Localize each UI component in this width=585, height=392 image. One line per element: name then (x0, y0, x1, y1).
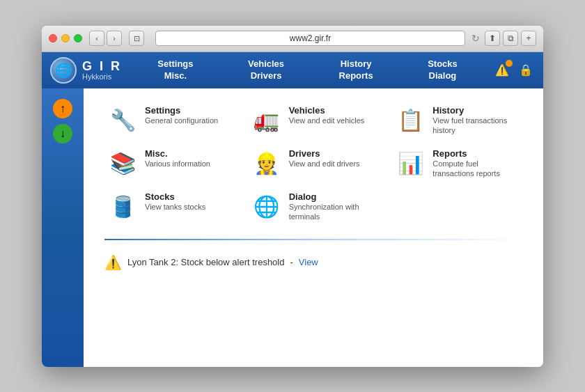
menu-item-history[interactable]: 📋 History View fuel transactions history (392, 102, 522, 139)
vehicles-desc: View and edit vehicles (289, 116, 365, 125)
menu-item-misc[interactable]: 📚 Misc. Various information (104, 146, 235, 182)
reload-button[interactable]: ↻ (469, 32, 482, 45)
forward-button[interactable]: › (107, 31, 122, 46)
navbar: G I R Hykkoris Settings Misc. Vehicles D… (42, 52, 543, 88)
new-window-button[interactable]: ⧉ (503, 31, 518, 46)
sidebar-btn-orange[interactable]: ↑ (53, 99, 72, 118)
drivers-desc: View and edit drivers (289, 159, 360, 168)
page-icon: ⊡ (129, 31, 144, 46)
content: 🔧 Settings General configuration 🚛 Vehic… (84, 88, 543, 367)
nav-label-history-l2: Reports (339, 70, 373, 82)
nav-label-settings-l1: Settings (157, 58, 193, 70)
main-area: ↑ ↓ 🔧 Settings General configuration (42, 88, 543, 367)
close-button[interactable] (49, 34, 57, 42)
menu-grid: 🔧 Settings General configuration 🚛 Vehic… (104, 102, 522, 225)
nav-item-settings[interactable]: Settings Misc. (146, 54, 204, 86)
nav-item-stocks[interactable]: Stocks Dialog (416, 54, 469, 86)
vehicles-icon: 🚛 (251, 105, 282, 136)
alert-row: ⚠️ Lyon Tank 2: Stock below alert tresho… (104, 254, 522, 271)
reports-icon: 📊 (395, 148, 426, 179)
nav-label-stocks-l2: Dialog (428, 70, 458, 82)
alert-separator: - (290, 257, 292, 267)
stocks-icon: 🛢️ (107, 191, 138, 222)
dialog-icon: 🌐 (251, 191, 282, 222)
traffic-lights (49, 34, 82, 42)
alert-view-link[interactable]: View (299, 257, 318, 267)
menu-item-stocks[interactable]: 🛢️ Stocks View tanks stocks (104, 189, 235, 225)
url-text: www2.gir.fr (290, 33, 331, 43)
sidebar-btn-green[interactable]: ↓ (53, 124, 72, 143)
menu-item-vehicles[interactable]: 🚛 Vehicles View and edit vehicles (249, 102, 379, 139)
nav-items: Settings Misc. Vehicles Drivers History … (130, 52, 485, 88)
nav-label-settings-l2: Misc. (157, 70, 193, 82)
app-content: G I R Hykkoris Settings Misc. Vehicles D… (42, 52, 543, 367)
dialog-desc: Synchronization with terminals (289, 202, 376, 222)
nav-label-vehicles-l1: Vehicles (248, 58, 284, 70)
dialog-title: Dialog (289, 191, 376, 202)
nav-label-history-l1: History (339, 58, 373, 70)
nav-item-history[interactable]: History Reports (328, 54, 384, 86)
back-button[interactable]: ‹ (89, 31, 104, 46)
new-tab-button[interactable]: + (521, 31, 536, 46)
vehicles-title: Vehicles (289, 105, 365, 116)
browser-window: ‹ › ⊡ www2.gir.fr ↻ ⬆ ⧉ + G I R Hykkoris… (42, 26, 543, 367)
titlebar: ‹ › ⊡ www2.gir.fr ↻ ⬆ ⧉ + (42, 26, 543, 52)
stocks-title: Stocks (145, 191, 205, 202)
maximize-button[interactable] (74, 34, 82, 42)
drivers-icon: 👷 (251, 148, 282, 179)
warning-badge (506, 60, 513, 67)
reports-desc: Compute fuel transactions reports (432, 159, 520, 179)
stocks-desc: View tanks stocks (145, 202, 205, 212)
brand-logo (50, 57, 77, 84)
settings-title: Settings (145, 105, 218, 116)
menu-item-dialog[interactable]: 🌐 Dialog Synchronization with terminals (249, 189, 379, 225)
settings-icon: 🔧 (107, 105, 138, 136)
misc-icon: 📚 (107, 148, 138, 179)
reports-title: Reports (432, 148, 520, 159)
history-text: History View fuel transactions history (432, 105, 520, 136)
warning-icon-button[interactable]: ⚠️ (492, 60, 513, 81)
brand-sub: Hykkoris (82, 72, 122, 81)
dialog-text: Dialog Synchronization with terminals (289, 191, 376, 222)
address-bar[interactable]: www2.gir.fr (155, 31, 465, 46)
sidebar: ↑ ↓ (42, 88, 84, 367)
menu-item-drivers[interactable]: 👷 Drivers View and edit drivers (249, 146, 379, 182)
history-title: History (432, 105, 520, 116)
drivers-text: Drivers View and edit drivers (289, 148, 360, 168)
alert-warning-icon: ⚠️ (104, 254, 122, 271)
settings-text: Settings General configuration (145, 105, 218, 125)
divider (104, 239, 522, 240)
vehicles-text: Vehicles View and edit vehicles (289, 105, 365, 125)
minimize-button[interactable] (61, 34, 70, 42)
misc-text: Misc. Various information (145, 148, 210, 168)
reports-text: Reports Compute fuel transactions report… (432, 148, 520, 179)
settings-desc: General configuration (145, 116, 218, 125)
brand-text: G I R Hykkoris (82, 60, 122, 81)
misc-title: Misc. (145, 148, 210, 159)
brand: G I R Hykkoris (42, 52, 130, 88)
nav-label-stocks-l1: Stocks (428, 58, 458, 70)
history-icon: 📋 (395, 105, 426, 136)
alert-message: Lyon Tank 2: Stock below alert treshold (127, 257, 284, 267)
brand-name: G I R (82, 60, 122, 72)
lock-icon-button[interactable]: 🔒 (515, 60, 536, 81)
nav-icons: ⚠️ 🔒 (485, 52, 543, 88)
share-button[interactable]: ⬆ (485, 31, 500, 46)
misc-desc: Various information (145, 159, 210, 168)
nav-arrows: ‹ › (89, 31, 122, 46)
nav-label-vehicles-l2: Drivers (248, 70, 284, 82)
history-desc: View fuel transactions history (432, 116, 520, 136)
stocks-text: Stocks View tanks stocks (145, 191, 205, 212)
drivers-title: Drivers (289, 148, 360, 159)
menu-item-settings[interactable]: 🔧 Settings General configuration (104, 102, 235, 139)
menu-item-reports[interactable]: 📊 Reports Compute fuel transactions repo… (392, 146, 522, 182)
nav-item-vehicles[interactable]: Vehicles Drivers (237, 54, 295, 86)
